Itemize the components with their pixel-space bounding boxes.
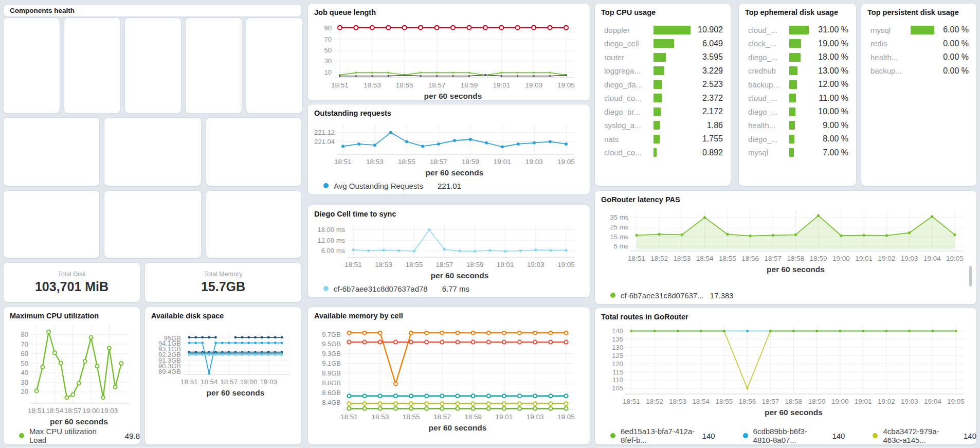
stat-value: 100% — [75, 62, 110, 78]
svg-text:60: 60 — [21, 350, 28, 357]
stat-label: Avg 'cf-apps' Domain Freshness — [12, 213, 92, 220]
section-title: Components health — [4, 7, 75, 14]
panel-title[interactable]: Total routes in GoRouter — [595, 308, 976, 321]
svg-text:105: 105 — [612, 384, 623, 392]
usage-bar — [654, 107, 661, 116]
svg-text:19:00: 19:00 — [832, 255, 850, 262]
svg-text:per 60 seconds: per 60 seconds — [767, 265, 825, 274]
diego-sync-chart[interactable]: 18.00 ms12.00 ms6.00 ms18:5118:5318:5518… — [308, 218, 590, 280]
usage-row-name: backup... — [870, 66, 911, 75]
stat-tile: Diego Brain 100% — [190, 23, 237, 109]
legend-series-value: 140 — [964, 432, 976, 440]
usage-row-name: cloud_co... — [604, 148, 654, 157]
usage-bar — [789, 80, 797, 89]
svg-text:120: 120 — [612, 360, 623, 368]
usage-list-row: diego_br...2.172 — [604, 105, 723, 119]
usage-row-value: 18.00 % — [818, 52, 848, 62]
usage-bar — [789, 66, 797, 75]
cpu-utilization-chart[interactable]: 8070605040302018:5118:5418:5719:0019:03p… — [4, 320, 140, 427]
svg-text:18:55: 18:55 — [715, 398, 733, 405]
stat-value: 100% — [135, 61, 171, 77]
stat-tile: Max fetch cell state times 0.01 — [211, 122, 297, 181]
total-memory-value: 15.7GB — [201, 279, 245, 294]
stat-label: Max Router emitter sync duration — [112, 213, 193, 220]
available-memory-chart[interactable]: 9.7GB9.5GB9.3GB9.1GB8.9GB8.8GB8.6GB8.4GB… — [308, 320, 590, 444]
legend-item[interactable]: 6ed15a13-bfa7-412a-8fef-b...140 — [610, 427, 715, 444]
panel-title[interactable]: Available disk space — [145, 307, 301, 320]
svg-text:18:58: 18:58 — [785, 398, 803, 405]
stat-tile-max-fetch-cell-state: Max fetch cell state times 0.01 — [206, 117, 302, 186]
svg-text:18:59: 18:59 — [461, 81, 478, 89]
usage-list-row: router3.595 — [604, 50, 723, 64]
usage-row-value: 10.00 % — [818, 107, 848, 116]
legend-dot-icon — [610, 433, 615, 438]
panel-title[interactable]: Job queue length — [308, 4, 590, 16]
top-ephemeral-rows: cloud_...31.00 %clock_...19.00 %diego_..… — [739, 16, 856, 159]
chart-legend: Avg Oustanding Requests221.01 — [308, 177, 590, 194]
chart-legend: Max CPU utilization Load49.8 — [4, 427, 140, 444]
chart-legend: cf-6b7aee31c8d07637ad786.77 ms — [308, 280, 590, 297]
svg-text:19:00: 19:00 — [240, 378, 258, 386]
svg-text:19:03: 19:03 — [901, 398, 918, 405]
svg-text:per 60 seconds: per 60 seconds — [429, 423, 487, 432]
gorouter-latency-chart[interactable]: 35 ms25 ms15 ms5 ms18:5118:5218:5318:541… — [595, 204, 976, 286]
usage-row-name: cloud_... — [748, 94, 789, 102]
usage-bar-track — [789, 26, 818, 34]
available-disk-chart[interactable]: 95GB94.1GB93.1GB92.2GB91.3GB90.3GB89.4GB… — [145, 320, 301, 444]
total-routes-chart[interactable]: 14013513012512011511010518:5118:5218:531… — [595, 321, 976, 427]
svg-text:19:03: 19:03 — [527, 261, 545, 268]
panel-title[interactable]: Outstanding requests — [308, 104, 590, 117]
panel-title[interactable]: Available memory by cell — [308, 307, 590, 320]
stat-value: 0.08 s — [237, 221, 271, 235]
usage-bar — [654, 39, 674, 48]
panel-title[interactable]: GoRouter latency PAS — [595, 191, 976, 204]
svg-text:18:59: 18:59 — [810, 255, 827, 262]
stat-tile-convergence-lrp: Max Convergence LRP Duration 0.08 s — [206, 190, 302, 258]
svg-text:19:05: 19:05 — [557, 158, 575, 166]
panel-outstanding-requests: Outstanding requests 221.12221.0418:5118… — [307, 104, 590, 195]
svg-text:8.9GB: 8.9GB — [322, 369, 341, 377]
svg-text:30: 30 — [324, 57, 332, 65]
usage-bar — [789, 39, 801, 48]
usage-bar-track — [911, 66, 943, 75]
legend-item[interactable]: cf-6b7aee31c8d07637...17.383 — [610, 291, 734, 300]
usage-list-row: mysql7.00 % — [748, 146, 848, 160]
stat-label: Backup-Restore — [133, 54, 173, 61]
usage-list-row: backup...12.00 % — [748, 78, 848, 92]
stat-label: Router — [83, 53, 102, 62]
svg-text:19:02: 19:02 — [878, 398, 895, 405]
usage-list-row: doppler10.902 — [604, 23, 723, 37]
legend-series-value: 221.01 — [438, 182, 461, 190]
panel-title[interactable]: Top ephemeral disk usage — [739, 4, 856, 16]
svg-text:8.6GB: 8.6GB — [322, 389, 341, 397]
outstanding-requests-chart[interactable]: 221.12221.0418:5118:5318:5518:5718:5919:… — [308, 117, 590, 177]
scrollbar-thumb[interactable] — [969, 266, 972, 286]
usage-list-row: cloud_...31.00 % — [748, 23, 848, 37]
svg-text:18:55: 18:55 — [398, 158, 415, 166]
svg-text:19:05: 19:05 — [946, 255, 964, 262]
health-tile-diego-brain: Diego Brain 100% — [185, 17, 242, 114]
usage-row-name: redis — [870, 39, 911, 48]
usage-row-value: 2.372 — [702, 94, 723, 103]
panel-title[interactable]: Diego Cell time to sync — [308, 205, 590, 218]
usage-list-row: loggrega...3.229 — [604, 64, 723, 78]
svg-text:135: 135 — [612, 335, 623, 343]
legend-series-name: cf-6b7aee31c8d07637ad78 — [334, 284, 428, 293]
legend-item[interactable]: Avg Oustanding Requests221.01 — [323, 182, 461, 190]
panel-title[interactable]: Top persistent disk usage — [861, 4, 976, 16]
stat-tile: Backup-Restore 100% — [130, 23, 176, 109]
legend-series-value: 17.383 — [710, 291, 734, 300]
usage-bar-track — [789, 94, 819, 102]
svg-text:18:54: 18:54 — [696, 255, 714, 262]
stat-tile: Router 100% — [69, 23, 116, 109]
svg-text:18.00 ms: 18.00 ms — [318, 226, 346, 234]
job-queue-chart[interactable]: 907050301018:5118:5318:5518:5718:5919:01… — [308, 16, 590, 100]
svg-text:18:56: 18:56 — [741, 255, 759, 262]
svg-text:30: 30 — [21, 379, 28, 386]
legend-item[interactable]: cf-6b7aee31c8d07637ad786.77 ms — [323, 284, 469, 293]
legend-item[interactable]: 4cba3472-979a-463c-a145...140 — [873, 427, 976, 444]
panel-title[interactable]: Top CPU usage — [595, 4, 731, 16]
legend-item[interactable]: 6cdb89bb-b6f3-4810-8a07...140 — [743, 427, 845, 444]
legend-item[interactable]: Max CPU utilization Load49.8 — [19, 427, 140, 444]
panel-title[interactable]: Maximum CPU utilization — [4, 307, 140, 320]
